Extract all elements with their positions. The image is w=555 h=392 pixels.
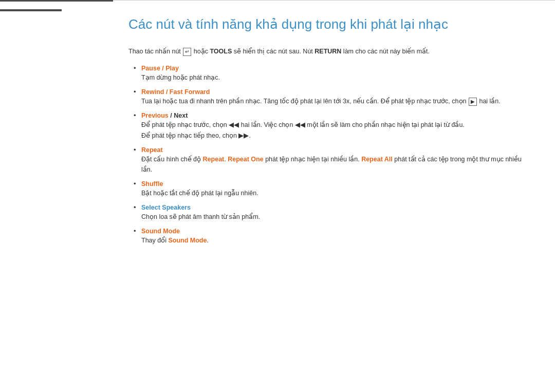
feature-title-repeat: Repeat xyxy=(141,146,163,154)
sidebar xyxy=(0,0,113,392)
feature-title-previous-next: Previous / Next xyxy=(141,111,188,119)
feature-desc-repeat: Đặt cấu hình chế độ Repeat. Repeat One p… xyxy=(141,154,529,175)
feature-title-sound-mode: Sound Mode xyxy=(141,228,180,235)
list-item-rewind-ff: Rewind / Fast Forward Tua lại hoặc tua đ… xyxy=(134,88,529,106)
page-container: Các nút và tính năng khả dụng trong khi … xyxy=(0,0,555,392)
feature-desc-previous-next-1: Để phát tệp nhạc trước, chọn ◀◀ hai lần.… xyxy=(141,120,529,130)
feature-desc-pause-play: Tạm dừng hoặc phát nhạc. xyxy=(141,72,529,83)
feature-desc-rewind-ff: Tua lại hoặc tua đi nhanh trên phần nhạc… xyxy=(141,96,529,106)
list-item-previous-next: Previous / Next Để phát tệp nhạc trước, … xyxy=(134,111,529,141)
page-title: Các nút và tính năng khả dụng trong khi … xyxy=(128,16,529,33)
return-icon: ↵ xyxy=(183,48,191,56)
list-item-pause-play: Pause / Play Tạm dừng hoặc phát nhạc. xyxy=(134,64,529,83)
feature-title-pause-play: Pause / Play xyxy=(141,65,179,72)
list-item-sound-mode: Sound Mode Thay đổi Sound Mode. xyxy=(134,227,529,246)
feature-title-select-speakers: Select Speakers xyxy=(141,204,191,211)
list-item-select-speakers: Select Speakers Chọn loa sẽ phát âm than… xyxy=(134,203,529,222)
feature-desc-shuffle: Bật hoặc tắt chế độ phát lại ngẫu nhiên. xyxy=(141,188,529,198)
list-item-shuffle: Shuffle Bật hoặc tắt chế độ phát lại ngẫ… xyxy=(134,180,529,198)
feature-desc-select-speakers: Chọn loa sẽ phát âm thanh từ sản phẩm. xyxy=(141,212,529,222)
feature-list: Pause / Play Tạm dừng hoặc phát nhạc. Re… xyxy=(128,64,529,246)
main-content: Các nút và tính năng khả dụng trong khi … xyxy=(113,0,555,392)
feature-desc-previous-next-2: Để phát tệp nhạc tiếp theo, chọn ▶▶. xyxy=(141,130,529,141)
list-item-repeat: Repeat Đặt cấu hình chế độ Repeat. Repea… xyxy=(134,146,529,175)
play-icon: ▶ xyxy=(469,98,477,106)
feature-title-shuffle: Shuffle xyxy=(141,180,163,188)
sidebar-bar xyxy=(0,9,62,11)
feature-title-rewind-ff: Rewind / Fast Forward xyxy=(141,88,210,96)
intro-text: Thao tác nhấn nút ↵ hoặc TOOLS sẽ hiển t… xyxy=(128,46,529,57)
feature-desc-sound-mode: Thay đổi Sound Mode. xyxy=(141,235,529,246)
